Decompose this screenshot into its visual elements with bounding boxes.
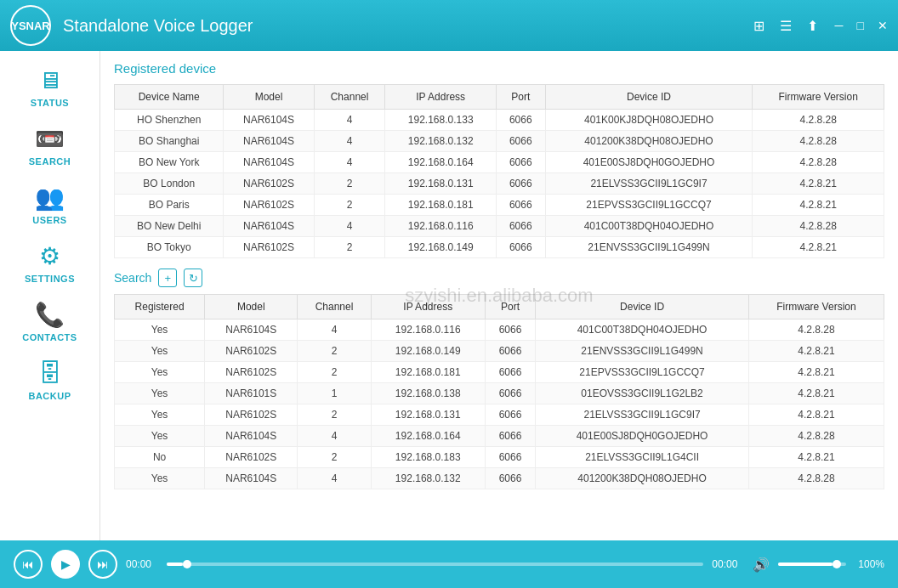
table-cell: 4.2.8.21 <box>748 362 884 383</box>
table-cell: 192.168.0.183 <box>371 447 485 468</box>
sidebar-item-status[interactable]: 🖥 STATUS <box>0 58 99 116</box>
table-row[interactable]: YesNAR6102S2192.168.0.149606621ENVSS3GCI… <box>115 341 884 362</box>
sidebar-item-backup[interactable]: 🗄 BACKUP <box>0 351 99 410</box>
app-logo: YSNAR <box>10 5 51 46</box>
col-device-name: Device Name <box>115 85 224 110</box>
add-button[interactable]: + <box>158 269 177 287</box>
table-cell: Yes <box>115 383 205 404</box>
col-port2: Port <box>485 295 535 319</box>
window-controls: ─ □ ✕ <box>835 19 888 32</box>
volume-track[interactable] <box>778 563 846 566</box>
progress-track[interactable] <box>167 563 703 566</box>
table-cell: Yes <box>115 362 205 383</box>
sidebar-item-search[interactable]: 📼 SEARCH <box>0 116 99 175</box>
monitor-icon: 🖥 <box>38 66 62 94</box>
sidebar-label-users: USERS <box>32 215 66 225</box>
table-cell: 4 <box>314 131 385 152</box>
col-port: Port <box>496 85 545 110</box>
volume-icon[interactable]: 🔊 <box>753 557 770 573</box>
table-cell: 6066 <box>496 152 545 173</box>
table-row[interactable]: BO ShanghaiNAR6104S4192.168.0.1326066401… <box>115 131 884 152</box>
main-layout: 🖥 STATUS 📼 SEARCH 👥 USERS ⚙ SETTINGS 📞 C… <box>0 51 898 540</box>
table-cell: 6066 <box>485 447 535 468</box>
table-cell: 6066 <box>485 404 535 426</box>
minimize-button[interactable]: ─ <box>835 19 844 32</box>
list-icon[interactable]: ☰ <box>780 18 792 34</box>
table-cell: 4.2.8.21 <box>753 173 884 195</box>
table-cell: 192.168.0.133 <box>385 110 496 131</box>
table-row[interactable]: BO ParisNAR6102S2192.168.0.181606621EPVS… <box>115 195 884 216</box>
maximize-button[interactable]: □ <box>857 19 864 32</box>
table-cell: 192.168.0.131 <box>385 173 496 195</box>
table-cell: 2 <box>298 404 371 426</box>
play-button[interactable]: ▶ <box>51 550 80 579</box>
table-cell: NAR6104S <box>224 131 314 152</box>
table-cell: BO Shanghai <box>115 131 224 152</box>
titlebar: YSNAR Standalone Voice Logger ⊞ ☰ ⬆ ─ □ … <box>0 0 898 51</box>
search-table-body: YesNAR6104S4192.168.0.1166066401C00T38DQ… <box>115 319 884 489</box>
player-bar: ⏮ ▶ ⏭ 00:00 00:00 🔊 100% <box>0 540 898 588</box>
sidebar-label-status: STATUS <box>31 98 69 108</box>
table-cell: BO New Delhi <box>115 216 224 237</box>
sidebar-label-backup: BACKUP <box>28 391 71 401</box>
table-row[interactable]: YesNAR6101S1192.168.0.138606601EOVSS3GCI… <box>115 383 884 404</box>
sidebar-item-contacts[interactable]: 📞 CONTACTS <box>0 292 99 351</box>
table-cell: 21EPVSS3GCII9L1GCCQ7 <box>545 195 753 216</box>
sidebar-item-users[interactable]: 👥 USERS <box>0 175 99 234</box>
table-cell: No <box>115 447 205 468</box>
table-cell: 4.2.8.28 <box>748 426 884 447</box>
col-model2: Model <box>205 295 298 319</box>
app-title: Standalone Voice Logger <box>63 16 753 36</box>
volume-percent: 100% <box>858 558 884 570</box>
table-row[interactable]: YesNAR6104S4192.168.0.1326066401200K38DQ… <box>115 468 884 489</box>
table-row[interactable]: YesNAR6102S2192.168.0.131606621ELVSS3GCI… <box>115 404 884 426</box>
table-cell: 4.2.8.21 <box>753 195 884 216</box>
table-row[interactable]: YesNAR6102S2192.168.0.181606621EPVSS3GCI… <box>115 362 884 383</box>
col-firmware2: Firmware Version <box>748 295 884 319</box>
table-cell: 1 <box>298 383 371 404</box>
table-cell: NAR6104S <box>224 216 314 237</box>
table-row[interactable]: YesNAR6104S4192.168.0.1166066401C00T38DQ… <box>115 319 884 341</box>
table-cell: 6066 <box>496 110 545 131</box>
table-cell: 6066 <box>496 173 545 195</box>
table-row[interactable]: NoNAR6102S2192.168.0.183606621ELVSS3GCII… <box>115 447 884 468</box>
table-row[interactable]: YesNAR6104S4192.168.0.1646066401E00SJ8DQ… <box>115 426 884 447</box>
table-cell: NAR6102S <box>224 195 314 216</box>
table-cell: NAR6104S <box>205 468 298 489</box>
gear-icon: ⚙ <box>39 242 60 270</box>
table-row[interactable]: BO New YorkNAR6104S4192.168.0.1646066401… <box>115 152 884 173</box>
share-icon[interactable]: ⬆ <box>807 18 818 34</box>
table-cell: 4 <box>314 110 385 131</box>
table-row[interactable]: BO New DelhiNAR6104S4192.168.0.116606640… <box>115 216 884 237</box>
table-cell: 401200K38DQH08OJEDHO <box>536 468 749 489</box>
table-cell: 4.2.8.21 <box>748 341 884 362</box>
table-cell: 2 <box>314 195 385 216</box>
table-row[interactable]: BO TokyoNAR6102S2192.168.0.149606621ENVS… <box>115 237 884 258</box>
close-button[interactable]: ✕ <box>878 19 888 32</box>
table-cell: 4.2.8.21 <box>748 447 884 468</box>
table-row[interactable]: BO LondonNAR6102S2192.168.0.131606621ELV… <box>115 173 884 195</box>
table-cell: NAR6102S <box>205 447 298 468</box>
grid-icon[interactable]: ⊞ <box>753 18 764 34</box>
table-cell: 192.168.0.181 <box>371 362 485 383</box>
table-cell: 4 <box>298 426 371 447</box>
table-cell: 6066 <box>485 319 535 341</box>
sidebar: 🖥 STATUS 📼 SEARCH 👥 USERS ⚙ SETTINGS 📞 C… <box>0 51 100 540</box>
table-row[interactable]: HO ShenzhenNAR6104S4192.168.0.1336066401… <box>115 110 884 131</box>
table-cell: NAR6102S <box>224 237 314 258</box>
table-cell: 192.168.0.164 <box>385 152 496 173</box>
sidebar-item-settings[interactable]: ⚙ SETTINGS <box>0 234 99 292</box>
time-end: 00:00 <box>712 558 744 570</box>
content-wrapper: szyishi.en.alibaba.com Registered device… <box>100 51 898 540</box>
refresh-button[interactable]: ↻ <box>184 269 202 287</box>
table-cell: 01EOVSS3GCII9L1G2LB2 <box>536 383 749 404</box>
table-cell: 4.2.8.28 <box>753 110 884 131</box>
table-cell: 401K00KJ8DQH08OJEDHO <box>545 110 753 131</box>
table-cell: 4.2.8.21 <box>748 383 884 404</box>
time-current: 00:00 <box>126 558 158 570</box>
table-cell: NAR6101S <box>205 383 298 404</box>
col-channel: Channel <box>314 85 385 110</box>
skip-back-button[interactable]: ⏮ <box>14 550 43 579</box>
skip-forward-button[interactable]: ⏭ <box>88 550 117 579</box>
tape-icon: 📼 <box>35 125 65 153</box>
